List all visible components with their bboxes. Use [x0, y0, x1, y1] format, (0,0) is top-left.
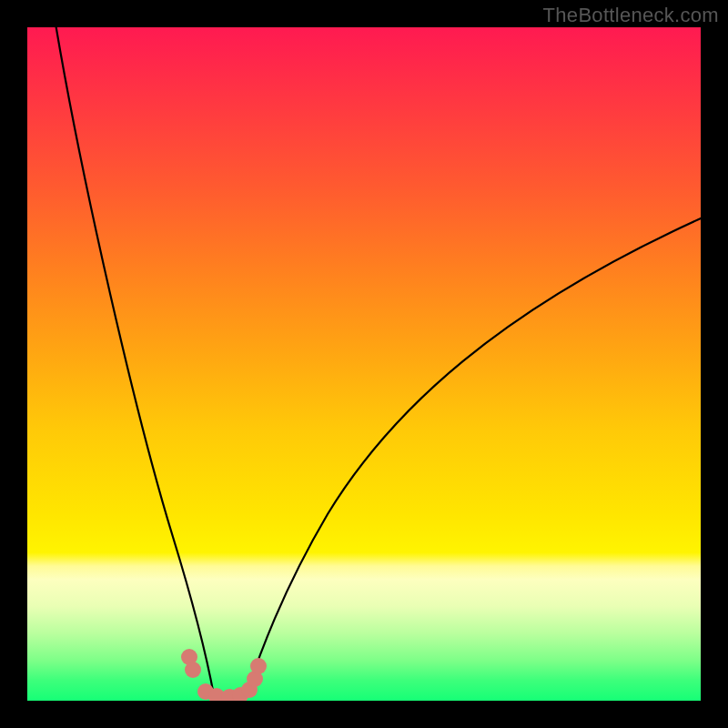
marker-dot [185, 662, 201, 678]
watermark-text: TheBottleneck.com [543, 4, 719, 27]
plot-area [27, 27, 701, 701]
marker-dot [250, 658, 267, 674]
chart-svg [27, 27, 701, 701]
right-curve [246, 218, 701, 695]
chart-frame: TheBottleneck.com [0, 0, 728, 728]
left-curve [55, 27, 214, 695]
marker-cluster [181, 649, 267, 701]
